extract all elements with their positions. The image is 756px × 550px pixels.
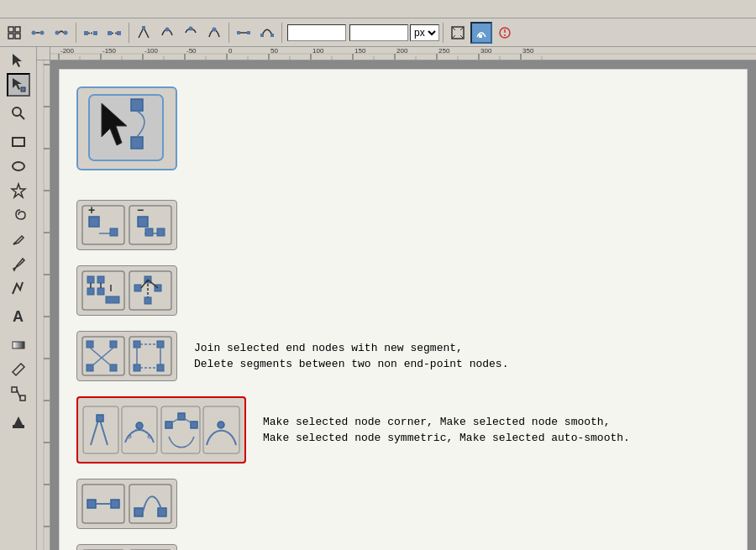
svg-marker-34 <box>13 54 22 67</box>
svg-rect-115 <box>87 276 94 283</box>
icon-node-types <box>76 396 246 464</box>
title-area <box>76 86 730 179</box>
svg-rect-113 <box>157 228 165 236</box>
svg-text:350: 350 <box>522 47 534 55</box>
toolbar-zoom-fit[interactable] <box>447 22 469 44</box>
tool-connector[interactable] <box>7 382 30 406</box>
svg-point-5 <box>40 30 45 34</box>
tools-panel: A <box>0 47 37 550</box>
svg-rect-23 <box>260 34 264 37</box>
svg-rect-104 <box>89 217 99 227</box>
toolbar-curves[interactable] <box>256 22 278 44</box>
svg-rect-122 <box>106 296 119 303</box>
svg-rect-168 <box>134 508 143 516</box>
tool-zoom[interactable] <box>7 102 30 125</box>
tool-rect[interactable] <box>7 130 30 154</box>
toolbar-corner[interactable] <box>133 22 155 44</box>
sep2 <box>129 23 129 43</box>
section-convert <box>76 544 730 550</box>
menu-edit[interactable] <box>15 8 25 11</box>
svg-rect-141 <box>157 341 164 348</box>
menu-help[interactable] <box>109 8 119 11</box>
tool-calligraphy[interactable] <box>7 276 30 300</box>
icon-insert-delete: + − <box>76 200 177 250</box>
svg-rect-132 <box>87 341 93 348</box>
svg-rect-99 <box>89 95 163 160</box>
svg-point-7 <box>55 30 60 34</box>
svg-rect-12 <box>108 31 112 35</box>
menu-extensions[interactable] <box>97 8 108 11</box>
tool-dropper[interactable] <box>7 358 30 381</box>
svg-point-8 <box>64 30 68 34</box>
svg-text:50: 50 <box>270 47 278 55</box>
svg-rect-1 <box>15 27 20 32</box>
section-node-types: Make selected node corner, Make selected… <box>76 396 730 464</box>
svg-rect-9 <box>84 31 88 35</box>
hero-icon-box <box>76 86 177 170</box>
toolbar-node-snap[interactable] <box>3 22 25 44</box>
tool-gradient[interactable] <box>7 333 30 357</box>
tool-selector[interactable] <box>7 49 30 72</box>
svg-rect-112 <box>145 228 153 236</box>
help-panel: + − <box>59 69 748 550</box>
svg-rect-43 <box>13 342 24 348</box>
tool-pencil[interactable] <box>7 228 30 251</box>
coord-area: px <box>286 24 439 41</box>
section-join-break <box>76 265 730 316</box>
svg-point-162 <box>218 422 224 428</box>
sep4 <box>281 23 282 43</box>
toolbar-symmetric[interactable] <box>180 22 202 44</box>
tool-ellipse[interactable] <box>7 155 30 178</box>
menu-layer[interactable] <box>39 8 49 11</box>
menu-path[interactable] <box>62 8 72 11</box>
text-node-types: Make selected node corner, Make selected… <box>263 414 730 447</box>
toolbar-extra[interactable] <box>494 22 516 44</box>
tool-extra1[interactable] <box>7 411 30 434</box>
icon-join-delete <box>76 331 177 381</box>
canvas-container: -200 -150 -100 -50 0 50 100 <box>37 47 756 550</box>
svg-rect-142 <box>157 364 164 371</box>
menu-object[interactable] <box>50 8 60 11</box>
svg-rect-167 <box>129 485 171 523</box>
menu-filters[interactable] <box>86 8 96 11</box>
svg-text:100: 100 <box>312 47 324 55</box>
menu-view[interactable] <box>27 8 37 11</box>
svg-point-4 <box>32 30 36 34</box>
toolbar-auto-smooth[interactable] <box>203 22 225 44</box>
toolbar-node-active[interactable] <box>470 22 492 44</box>
svg-rect-45 <box>20 395 25 401</box>
toolbar-smooth[interactable] <box>156 22 178 44</box>
tool-pen[interactable] <box>7 252 30 275</box>
section-insert-delete: + − <box>76 200 730 250</box>
svg-rect-134 <box>110 341 117 348</box>
unit-select[interactable]: px <box>410 24 439 41</box>
menu-text[interactable] <box>74 8 84 11</box>
tool-spiral[interactable] <box>7 203 30 227</box>
toolbar-join[interactable] <box>80 22 102 44</box>
tool-star[interactable] <box>7 179 30 202</box>
toolbar-btn3[interactable] <box>50 22 72 44</box>
svg-text:-150: -150 <box>102 47 117 55</box>
h-ruler: -200 -150 -100 -50 0 50 100 <box>50 47 756 60</box>
icon-join-break <box>76 265 177 316</box>
toolbar-break[interactable] <box>103 22 125 44</box>
tool-text[interactable]: A <box>7 305 30 328</box>
canvas[interactable]: + − <box>50 60 756 550</box>
section-join-delete: Join selected end nodes with new segment… <box>76 331 730 381</box>
tool-node-editor[interactable] <box>7 73 30 97</box>
y-input[interactable] <box>349 24 408 41</box>
svg-text:150: 150 <box>354 47 366 55</box>
toolbar-btn2[interactable] <box>27 22 49 44</box>
ruler-corner <box>37 47 50 60</box>
svg-rect-118 <box>97 288 104 295</box>
sep5 <box>443 23 444 43</box>
svg-rect-44 <box>12 387 17 392</box>
v-ruler <box>37 60 50 550</box>
x-input[interactable] <box>287 24 346 41</box>
svg-text:-50: -50 <box>186 47 197 55</box>
menu-file[interactable] <box>3 8 13 11</box>
svg-text:300: 300 <box>480 47 492 55</box>
svg-point-33 <box>504 34 506 36</box>
toolbar-lines[interactable] <box>233 22 255 44</box>
svg-rect-30 <box>479 34 482 38</box>
